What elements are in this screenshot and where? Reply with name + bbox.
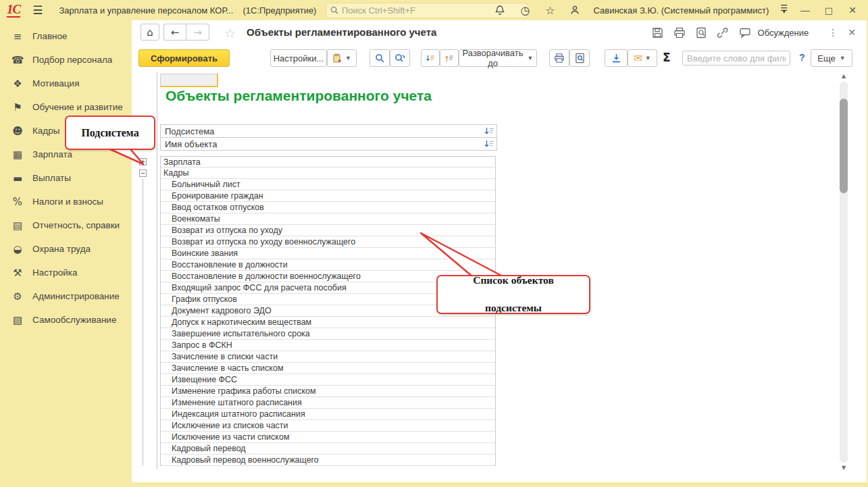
send-mail-button[interactable]: ✉ ▼ — [628, 49, 657, 67]
print-icon[interactable] — [673, 27, 686, 39]
row-cell[interactable]: Возврат из отпуска по уходу военнослужащ… — [160, 236, 496, 248]
generate-button[interactable]: Сформировать — [138, 49, 230, 67]
table-row[interactable]: Исключение из списков части — [132, 420, 510, 432]
table-row[interactable]: Больничный лист — [132, 179, 510, 190]
autosum-icon[interactable]: Σ — [663, 51, 671, 64]
table-row[interactable]: Завершение испытательного срока — [132, 328, 510, 340]
filter-input[interactable] — [682, 51, 790, 66]
row-cell[interactable]: Возврат из отпуска по уходу — [160, 225, 496, 236]
user-icon[interactable] — [568, 3, 582, 17]
minimize-icon[interactable]: — — [799, 5, 811, 16]
table-row[interactable]: Допуск к наркотическим веществам — [132, 317, 510, 328]
sidebar-item-safety[interactable]: ◒Охрана труда — [0, 237, 132, 261]
forward-button[interactable]: → — [186, 24, 209, 41]
table-row[interactable]: Извещение ФСС — [132, 374, 510, 386]
print-button[interactable] — [549, 49, 569, 67]
row-cell[interactable]: Зачисление в списки части — [160, 351, 496, 363]
favorites-star-icon[interactable]: ☆ — [543, 3, 557, 17]
sidebar-item-percent[interactable]: %Налоги и взносы — [0, 190, 132, 213]
sidebar-item-gift[interactable]: ❖Мотивация — [0, 72, 132, 95]
column-header[interactable]: Имя объекта — [161, 138, 496, 150]
table-row[interactable]: Возврат из отпуска по уходу — [132, 225, 510, 236]
sidebar-item-phone[interactable]: ☎Подбор персонала — [0, 48, 132, 72]
table-row[interactable]: Индексация штатного расписания — [132, 409, 510, 420]
table-row[interactable]: Исключение из части списком — [132, 432, 510, 443]
copy-settings-button[interactable]: ▼ — [327, 49, 357, 67]
row-cell[interactable]: Воинские звания — [160, 248, 496, 259]
table-row[interactable]: Изменение штатного расписания — [132, 397, 510, 409]
save-file-button[interactable] — [605, 49, 628, 67]
find-next-button[interactable] — [390, 49, 410, 67]
sidebar-item-idcard[interactable]: ▧Самообслуживание — [0, 308, 132, 332]
table-row[interactable]: Кадровый перевод военнослужащего — [132, 455, 510, 466]
row-cell[interactable]: Исключение из части списком — [160, 432, 496, 443]
row-cell[interactable]: Допуск к наркотическим веществам — [160, 317, 496, 328]
vertical-scrollbar[interactable]: ▲ ▼ — [840, 72, 848, 472]
table-row[interactable]: Военкоматы — [132, 213, 510, 225]
current-user-label[interactable]: Савинская З.Ю. (Системный программист) — [593, 5, 769, 16]
row-cell[interactable]: Ввод остатков отпусков — [160, 202, 496, 213]
settings-button[interactable]: Настройки... — [270, 49, 327, 67]
column-header[interactable]: Подсистема — [161, 125, 496, 138]
collapse-rows-button[interactable] — [421, 49, 440, 67]
row-cell[interactable]: Кадровый перевод военнослужащего — [160, 455, 496, 466]
table-row[interactable]: Запрос в ФСКН — [132, 340, 510, 351]
row-cell[interactable]: Бронирование граждан — [160, 190, 496, 202]
discussion-icon[interactable] — [739, 27, 752, 39]
spreadsheet-active-cell[interactable] — [160, 74, 218, 87]
row-cell[interactable]: Кадры — [160, 168, 496, 179]
sidebar-item-payments[interactable]: ▬Выплаты — [0, 166, 132, 190]
maximize-icon[interactable]: □ — [823, 5, 835, 16]
table-row[interactable]: −Кадры — [132, 168, 510, 179]
sidebar-item-home[interactable]: ≡Главное — [0, 24, 132, 48]
sidebar-item-wrench[interactable]: ⚒Настройка — [0, 261, 132, 284]
row-cell[interactable]: Кадровый перевод — [160, 443, 496, 455]
table-row[interactable]: Кадровый перевод — [132, 443, 510, 455]
row-cell[interactable]: Восстановление в должности — [160, 259, 496, 271]
table-row[interactable]: Возврат из отпуска по уходу военнослужащ… — [132, 236, 510, 248]
help-button[interactable]: ? — [799, 52, 805, 63]
back-button[interactable]: ← — [163, 24, 186, 41]
sidebar-item-reports[interactable]: ▤Отчетность, справки — [0, 213, 132, 237]
main-menu-icon[interactable]: ☰ — [32, 3, 43, 17]
row-cell[interactable]: Изменение штатного расписания — [160, 397, 496, 409]
vscroll-thumb[interactable] — [840, 99, 848, 193]
row-cell[interactable]: Извещение ФСС — [160, 374, 496, 386]
row-cell[interactable]: Изменение графика работы списком — [160, 386, 496, 397]
home-button[interactable]: ⌂ — [141, 24, 159, 41]
row-cell[interactable]: Больничный лист — [160, 179, 496, 190]
link-icon[interactable] — [717, 27, 729, 39]
print-preview-button[interactable] — [569, 49, 590, 67]
close-window-icon[interactable]: ✕ — [846, 5, 859, 16]
table-row[interactable]: Зачисление в часть списком — [132, 363, 510, 374]
table-row[interactable]: Восстановление в должности — [132, 259, 510, 271]
sort-icon[interactable] — [484, 139, 494, 149]
table-row[interactable]: +Зарплата — [132, 156, 510, 168]
more-button[interactable]: Еще▼ — [811, 49, 852, 67]
expand-to-dropdown[interactable]: Разворачивать до▼ — [459, 49, 537, 67]
expand-rows-button[interactable] — [440, 49, 459, 67]
collapse-node-icon[interactable]: − — [139, 170, 147, 177]
table-row[interactable]: Изменение графика работы списком — [132, 386, 510, 397]
table-row[interactable]: Зачисление в списки части — [132, 351, 510, 363]
history-icon[interactable]: ◷ — [518, 3, 532, 17]
more-dots-icon[interactable]: ⋮ — [828, 27, 838, 38]
service-menu-icon[interactable]: ☰▼ — [780, 6, 788, 14]
row-cell[interactable]: Исключение из списков части — [160, 420, 496, 432]
expand-node-icon[interactable]: + — [139, 158, 147, 165]
row-cell[interactable]: Запрос в ФСКН — [160, 340, 496, 351]
row-cell[interactable]: Зачисление в часть списком — [160, 363, 496, 374]
table-row[interactable]: Ввод остатков отпусков — [132, 202, 510, 213]
close-page-icon[interactable]: ✕ — [848, 27, 856, 38]
preview-icon[interactable] — [696, 27, 707, 39]
sort-icon[interactable] — [484, 126, 494, 136]
row-cell[interactable]: Военкоматы — [160, 213, 496, 225]
save-icon[interactable] — [652, 27, 663, 39]
scroll-up-icon[interactable]: ▲ — [840, 72, 848, 80]
favorite-star-icon[interactable]: ☆ — [224, 26, 236, 41]
row-cell[interactable]: Индексация штатного расписания — [160, 409, 496, 420]
find-button[interactable] — [369, 49, 390, 67]
scroll-down-icon[interactable]: ▼ — [840, 464, 848, 472]
notifications-bell-icon[interactable] — [493, 3, 507, 17]
row-cell[interactable]: Зарплата — [160, 156, 496, 168]
